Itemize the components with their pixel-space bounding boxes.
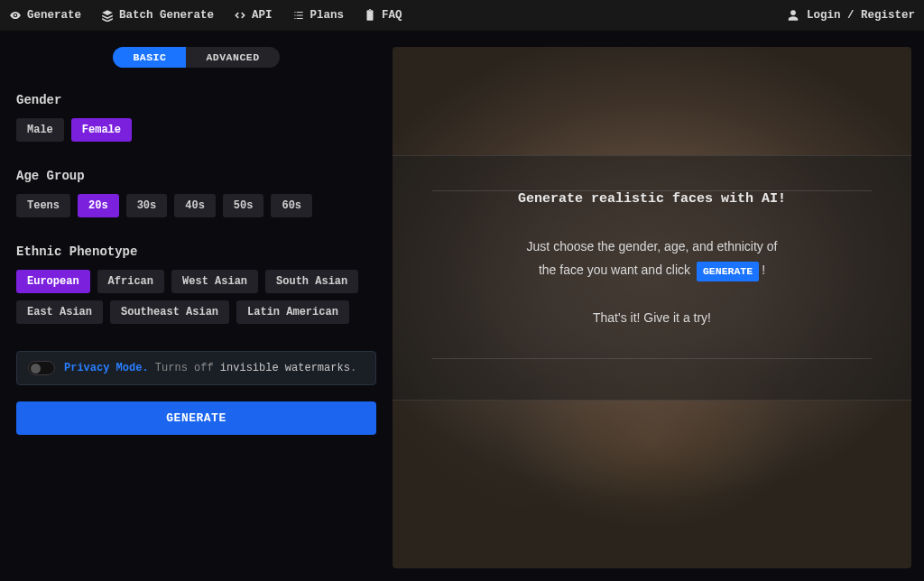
opt-ethnic-african[interactable]: African: [97, 270, 164, 293]
overlay-line1: Just choose the gender, age, and ethnici…: [429, 237, 875, 257]
nav-label: Batch Generate: [119, 9, 214, 22]
list-icon: [292, 9, 305, 22]
section-title-gender: Gender: [16, 93, 376, 107]
opt-age-40s[interactable]: 40s: [174, 194, 216, 217]
nav-label: FAQ: [382, 9, 402, 22]
clipboard-icon: [364, 9, 376, 22]
overlay-headline: Generate realistic faces with AI!: [429, 191, 875, 207]
nav-auth[interactable]: Login / Register: [787, 9, 915, 22]
person-icon: [787, 9, 799, 22]
nav-api[interactable]: API: [234, 9, 273, 22]
nav-label: Plans: [310, 9, 345, 22]
overlay-line2-post: !: [762, 263, 765, 277]
stack-icon: [101, 9, 114, 22]
preview-panel: Generate realistic faces with AI! Just c…: [393, 31, 924, 581]
opt-ethnic-south-asian[interactable]: South Asian: [265, 270, 358, 293]
privacy-label[interactable]: Privacy Mode.: [64, 362, 149, 374]
auth-label: Login / Register: [807, 9, 915, 22]
opt-age-50s[interactable]: 50s: [223, 194, 264, 217]
section-title-age: Age Group: [16, 169, 376, 183]
nav-batch-generate[interactable]: Batch Generate: [101, 9, 214, 22]
section-title-ethnic: Ethnic Phenotype: [16, 244, 376, 259]
generate-button[interactable]: GENERATE: [16, 401, 376, 435]
opt-age-20s[interactable]: 20s: [78, 194, 119, 217]
section-age: Age Group Teens 20s 30s 40s 50s 60s: [13, 169, 380, 217]
section-gender: Gender Male Female: [13, 93, 380, 142]
code-icon: [234, 9, 246, 22]
nav-generate[interactable]: Generate: [9, 9, 81, 22]
opt-ethnic-southeast-asian[interactable]: Southeast Asian: [110, 300, 229, 324]
eye-icon: [9, 9, 22, 22]
nav-faq[interactable]: FAQ: [364, 9, 402, 22]
overlay-try: That's it! Give it a try!: [429, 309, 875, 328]
preview-image: Generate realistic faces with AI! Just c…: [393, 47, 911, 568]
tab-basic[interactable]: BASIC: [113, 47, 186, 68]
overlay-generate-chip: GENERATE: [697, 262, 759, 281]
opt-ethnic-east-asian[interactable]: East Asian: [16, 300, 103, 324]
overlay-bottom-rule: [432, 358, 872, 359]
opt-gender-female[interactable]: Female: [71, 118, 132, 142]
opt-ethnic-european[interactable]: European: [16, 270, 90, 293]
overlay-line2-pre: the face you want and click: [539, 263, 690, 277]
section-ethnic: Ethnic Phenotype European African West A…: [13, 244, 380, 324]
privacy-period: .: [350, 362, 356, 374]
mode-tabs: BASIC ADVANCED: [13, 47, 380, 68]
top-navbar: Generate Batch Generate API Plans FAQ: [0, 0, 924, 31]
privacy-wm-text: invisible watermarks: [220, 362, 350, 374]
nav-label: Generate: [27, 9, 81, 22]
intro-overlay: Generate realistic faces with AI! Just c…: [393, 155, 911, 401]
nav-label: API: [252, 9, 273, 22]
control-panel: BASIC ADVANCED Gender Male Female Age Gr…: [0, 31, 393, 581]
privacy-off-text: Turns off: [155, 362, 214, 374]
nav-plans[interactable]: Plans: [292, 9, 345, 22]
opt-ethnic-latin-american[interactable]: Latin American: [236, 300, 349, 324]
privacy-mode-row: Privacy Mode. Turns off invisible waterm…: [16, 351, 376, 385]
opt-age-teens[interactable]: Teens: [16, 194, 70, 217]
opt-age-60s[interactable]: 60s: [271, 194, 312, 217]
overlay-line2: the face you want and click GENERATE!: [429, 261, 875, 281]
opt-gender-male[interactable]: Male: [16, 118, 64, 142]
tab-advanced[interactable]: ADVANCED: [186, 47, 279, 68]
opt-ethnic-west-asian[interactable]: West Asian: [171, 270, 258, 293]
opt-age-30s[interactable]: 30s: [126, 194, 168, 217]
privacy-toggle[interactable]: [28, 361, 55, 375]
nav-left: Generate Batch Generate API Plans FAQ: [9, 9, 787, 22]
